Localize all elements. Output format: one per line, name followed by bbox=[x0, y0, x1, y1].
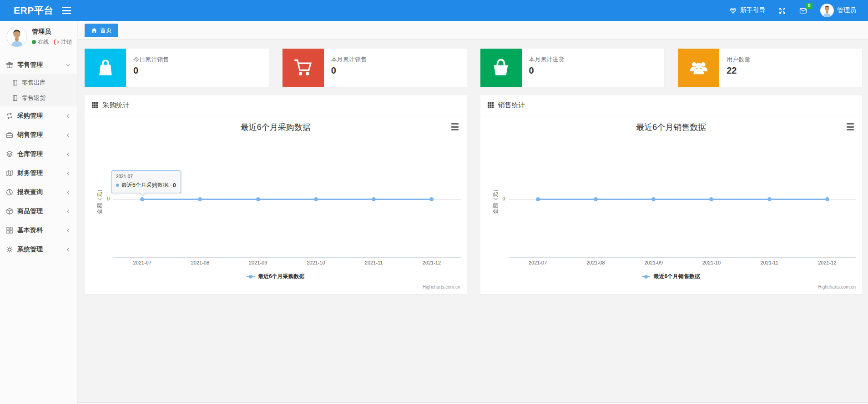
repeat-icon bbox=[6, 112, 13, 120]
stat-card-label: 本月累计进货 bbox=[529, 55, 565, 64]
stat-card-label: 用户数量 bbox=[727, 55, 750, 64]
chevron-left-icon bbox=[65, 209, 71, 214]
x-axis-label: 2021-08 bbox=[171, 260, 229, 265]
tooltip-series-label: 最近6个月采购数据: bbox=[121, 181, 170, 189]
sidebar-item-retail-return[interactable]: 零售退货 bbox=[0, 90, 77, 106]
chevron-down-icon bbox=[65, 62, 71, 68]
sidebar-item-label: 采购管理 bbox=[17, 112, 43, 120]
journal-icon bbox=[12, 80, 18, 86]
sidebar-item-retail-outbound[interactable]: 零售出库 bbox=[0, 75, 77, 90]
messages-button[interactable]: 0 bbox=[799, 7, 807, 15]
users-icon bbox=[678, 49, 719, 87]
data-point-marker[interactable] bbox=[314, 197, 318, 201]
x-axis-labels: 2021-072021-082021-092021-102021-112021-… bbox=[113, 260, 461, 265]
x-axis-labels: 2021-072021-082021-092021-102021-112021-… bbox=[509, 260, 857, 265]
sidebar-item-purchase-mgmt[interactable]: 采购管理 bbox=[0, 106, 77, 125]
legend-marker-icon bbox=[642, 274, 650, 279]
app-brand: ERP平台 bbox=[0, 4, 62, 17]
guide-button[interactable]: 新手引导 bbox=[729, 6, 766, 15]
data-point-marker[interactable] bbox=[767, 197, 772, 201]
stat-card-month-sales: 本月累计销售 0 bbox=[283, 49, 467, 87]
legend-item[interactable]: 最近6个月采购数据 bbox=[85, 273, 467, 280]
sidebar-item-label: 零售出库 bbox=[22, 79, 45, 87]
sign-out-icon bbox=[54, 39, 60, 45]
stat-card-value: 0 bbox=[133, 65, 169, 76]
sidebar-item-label: 系统管理 bbox=[17, 245, 43, 254]
sidebar-item-retail-mgmt[interactable]: 零售管理 bbox=[0, 55, 77, 75]
purchase-chart: 最近6个月采购数据 金额（元） 0 2021-072021-082021-092… bbox=[85, 115, 467, 294]
chart-menu-button[interactable] bbox=[845, 123, 855, 131]
sidebar-username: 管理员 bbox=[32, 28, 72, 36]
sidebar-item-system-mgmt[interactable]: 系统管理 bbox=[0, 240, 77, 259]
data-point-marker[interactable] bbox=[709, 197, 713, 201]
sidebar-item-basic-data[interactable]: 基本资料 bbox=[0, 221, 77, 240]
sidebar: 管理员 在线 注销 零售管理 零售出库 零售退货 bbox=[0, 21, 77, 404]
data-point-marker[interactable] bbox=[198, 197, 202, 201]
user-menu[interactable]: 管理员 bbox=[820, 4, 856, 17]
sidebar-item-sales-mgmt[interactable]: 销售管理 bbox=[0, 125, 77, 145]
data-point-marker[interactable] bbox=[256, 197, 260, 201]
sidebar-item-label: 零售退货 bbox=[22, 94, 45, 102]
stat-card-value: 0 bbox=[529, 65, 565, 76]
chart-title: 最近6个月销售数据 bbox=[480, 122, 863, 133]
online-status-icon bbox=[32, 40, 36, 44]
journal-icon bbox=[12, 95, 18, 101]
home-icon bbox=[91, 27, 97, 34]
legend-item[interactable]: 最近6个月销售数据 bbox=[480, 273, 863, 280]
x-axis-line bbox=[509, 257, 857, 258]
sidebar-item-label: 销售管理 bbox=[17, 131, 43, 139]
chart-menu-button[interactable] bbox=[450, 123, 460, 131]
highcharts-credits-link[interactable]: Highcharts.com.cn bbox=[423, 284, 460, 289]
x-axis-line bbox=[113, 257, 461, 258]
data-points bbox=[113, 197, 461, 201]
sidebar-item-finance-mgmt[interactable]: 财务管理 bbox=[0, 164, 77, 183]
panel-title: 销售统计 bbox=[498, 101, 525, 110]
avatar bbox=[820, 4, 834, 17]
stat-cards-row: 今日累计销售 0 本月累计销售 0 本月累计进货 0 用户数量 22 bbox=[85, 49, 862, 87]
legend-marker-icon bbox=[247, 274, 255, 279]
data-point-marker[interactable] bbox=[536, 197, 540, 201]
guide-label: 新手引导 bbox=[740, 6, 766, 15]
fullscreen-button[interactable] bbox=[778, 7, 786, 15]
sidebar-item-label: 仓库管理 bbox=[17, 150, 43, 158]
legend-label: 最近6个月采购数据 bbox=[258, 273, 305, 280]
chevron-left-icon bbox=[65, 113, 71, 119]
charts-row: 采购统计 最近6个月采购数据 金额（元） 0 2021-072021-08202… bbox=[85, 95, 862, 294]
data-point-marker[interactable] bbox=[594, 197, 598, 201]
data-point-marker[interactable] bbox=[825, 197, 829, 201]
tooltip-series-marker bbox=[116, 184, 119, 187]
x-axis-label: 2021-07 bbox=[509, 260, 567, 265]
sidebar-menu: 零售管理 零售出库 零售退货 采购管理 销售管理 仓库管理 bbox=[0, 55, 77, 259]
x-axis-label: 2021-09 bbox=[229, 260, 287, 265]
data-point-marker[interactable] bbox=[372, 197, 376, 201]
top-navbar: ERP平台 新手引导 0 管理员 bbox=[0, 0, 868, 21]
shopping-cart-icon bbox=[283, 49, 324, 87]
highcharts-credits-link[interactable]: Highcharts.com.cn bbox=[818, 284, 856, 289]
chart-title: 最近6个月采购数据 bbox=[85, 122, 467, 133]
tab-home[interactable]: 首页 bbox=[85, 24, 118, 37]
data-point-marker[interactable] bbox=[651, 197, 656, 201]
shopping-bag-icon bbox=[85, 49, 126, 87]
sidebar-item-report-query[interactable]: 报表查询 bbox=[0, 183, 77, 202]
tooltip-value: 0 bbox=[173, 182, 176, 189]
box-icon bbox=[6, 208, 13, 215]
purchase-stats-panel: 采购统计 最近6个月采购数据 金额（元） 0 2021-072021-08202… bbox=[85, 95, 467, 294]
online-status-label: 在线 bbox=[38, 38, 49, 46]
gear-icon bbox=[6, 246, 13, 253]
logout-button[interactable]: 注销 bbox=[54, 38, 72, 46]
chevron-left-icon bbox=[65, 247, 71, 253]
sales-stats-panel: 销售统计 最近6个月销售数据 金额（元） 0 2021-072021-08202… bbox=[480, 95, 863, 294]
data-point-marker[interactable] bbox=[429, 197, 434, 201]
sidebar-user-panel: 管理员 在线 注销 bbox=[0, 21, 77, 54]
chevron-left-icon bbox=[65, 151, 71, 157]
sidebar-item-product-mgmt[interactable]: 商品管理 bbox=[0, 202, 77, 221]
sidebar-item-warehouse-mgmt[interactable]: 仓库管理 bbox=[0, 145, 77, 164]
gift-icon bbox=[6, 61, 13, 69]
pie-chart-icon bbox=[6, 189, 13, 196]
x-axis-label: 2021-09 bbox=[625, 260, 682, 265]
x-axis-label: 2021-07 bbox=[113, 260, 171, 265]
navbar-username: 管理员 bbox=[837, 6, 856, 15]
sidebar-item-label: 报表查询 bbox=[17, 188, 43, 196]
th-grid-icon bbox=[91, 102, 98, 109]
sidebar-toggle-icon[interactable] bbox=[62, 7, 71, 14]
